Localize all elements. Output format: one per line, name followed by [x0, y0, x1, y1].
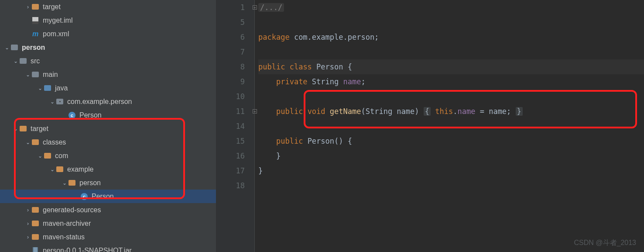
code-line[interactable] — [258, 178, 644, 193]
chevron-down-icon: ⌄ — [12, 126, 19, 132]
tree-label: example — [67, 166, 93, 173]
jar-file-icon — [31, 247, 39, 252]
tree-item-example[interactable]: ⌄ example — [0, 162, 216, 176]
tree-item-generated-sources[interactable]: › generated-sources — [0, 203, 216, 217]
tree-label: maven-archiver — [43, 220, 91, 228]
tree-label: target — [43, 3, 61, 11]
folder-icon — [19, 125, 27, 133]
chevron-right-icon: › — [24, 234, 31, 240]
code-line[interactable]: private String name; — [258, 74, 644, 89]
line-number: 1 — [216, 0, 245, 15]
tree-label: main — [43, 71, 58, 79]
chevron-right-icon: › — [24, 207, 31, 213]
folder-icon — [68, 179, 76, 187]
code-line[interactable]: /.../ — [258, 0, 644, 15]
tree-label: com — [55, 152, 68, 160]
tree-item-java[interactable]: ⌄ java — [0, 81, 216, 95]
line-number: 10 — [216, 89, 245, 104]
code-line[interactable]: } — [258, 163, 644, 178]
code-line[interactable]: package com.example.person; — [258, 30, 644, 45]
tree-item-target-top[interactable]: › target — [0, 0, 216, 14]
tree-item-pom[interactable]: m pom.xml — [0, 27, 216, 41]
tree-item-classes[interactable]: ⌄ classes — [0, 135, 216, 149]
folder-icon — [19, 57, 27, 65]
folder-icon — [31, 233, 39, 241]
tree-label: com.example.person — [67, 98, 132, 106]
folder-icon — [31, 138, 39, 146]
line-number: 15 — [216, 134, 245, 148]
tree-item-person-module[interactable]: ⌄ person — [0, 41, 216, 54]
tree-item-package[interactable]: ⌄ com.example.person — [0, 95, 216, 108]
iml-file-icon — [31, 17, 39, 24]
line-number: 14 — [216, 119, 245, 134]
module-folder-icon — [10, 44, 18, 52]
tree-label: person — [22, 44, 45, 52]
tree-item-jar[interactable]: person-0.0.1-SNAPSHOT.jar — [0, 244, 216, 252]
tree-item-main[interactable]: ⌄ main — [0, 68, 216, 81]
project-tree[interactable]: › target myget.iml m pom.xml ⌄ person ⌄ … — [0, 0, 216, 252]
code-line[interactable]: public Person() { — [258, 134, 644, 148]
tree-item-maven-status[interactable]: › maven-status — [0, 230, 216, 244]
tree-item-class-person-compiled[interactable]: c Person — [0, 190, 216, 203]
tree-item-target[interactable]: ⌄ target — [0, 122, 216, 135]
line-number: 11 — [216, 104, 245, 119]
code-line[interactable] — [258, 89, 644, 104]
code-line[interactable] — [258, 15, 644, 30]
folder-icon — [31, 206, 39, 214]
tree-label: java — [55, 84, 68, 92]
chevron-down-icon: ⌄ — [37, 85, 44, 91]
chevron-down-icon: ⌄ — [12, 58, 19, 64]
line-number: 9 — [216, 74, 245, 89]
watermark: CSDN @斗者_2013 — [574, 238, 636, 248]
fold-pill[interactable]: /.../ — [258, 3, 284, 12]
line-number: 6 — [216, 30, 245, 45]
tree-label: Person — [92, 193, 114, 200]
tree-label: myget.iml — [43, 17, 72, 24]
line-number: 17 — [216, 163, 245, 178]
chevron-down-icon: ⌄ — [24, 72, 31, 78]
fold-expand-icon[interactable]: + — [253, 109, 257, 114]
tree-label: src — [31, 57, 40, 65]
chevron-down-icon: ⌄ — [24, 139, 31, 145]
line-number: 7 — [216, 45, 245, 59]
editor-content[interactable]: /.../ package com.example.person; public… — [255, 0, 644, 252]
chevron-down-icon: ⌄ — [49, 166, 56, 173]
java-class-icon: c — [68, 111, 76, 119]
tree-item-com[interactable]: ⌄ com — [0, 149, 216, 162]
code-line[interactable] — [258, 45, 644, 59]
line-number: 5 — [216, 15, 245, 30]
chevron-down-icon: ⌄ — [61, 180, 68, 186]
chevron-down-icon: ⌄ — [37, 153, 44, 159]
chevron-right-icon: › — [24, 4, 31, 10]
folder-icon — [31, 71, 39, 79]
line-number: 18 — [216, 178, 245, 193]
package-icon — [56, 98, 64, 106]
tree-label: target — [31, 125, 48, 133]
tree-label: classes — [43, 138, 66, 146]
editor-gutter: 1 5 6 7 8 9 10 11 14 15 16 17 18 + + — [216, 0, 255, 252]
code-line[interactable]: } — [258, 148, 644, 163]
tree-item-maven-archiver[interactable]: › maven-archiver — [0, 217, 216, 230]
line-number: 8 — [216, 59, 245, 74]
tree-label: person-0.0.1-SNAPSHOT.jar — [43, 247, 132, 252]
line-number: 16 — [216, 148, 245, 163]
code-line[interactable]: public class Person { — [258, 59, 644, 74]
java-class-icon: c — [80, 193, 88, 200]
code-editor[interactable]: 1 5 6 7 8 9 10 11 14 15 16 17 18 + + /..… — [216, 0, 644, 252]
folder-icon — [31, 3, 39, 11]
tree-item-iml[interactable]: myget.iml — [0, 14, 216, 27]
tree-item-person-pkg[interactable]: ⌄ person — [0, 176, 216, 190]
fold-expand-icon[interactable]: + — [253, 5, 257, 10]
tree-item-class-person[interactable]: c Person — [0, 108, 216, 122]
code-line[interactable] — [258, 119, 644, 134]
folder-icon — [44, 152, 51, 160]
tree-label: person — [79, 179, 101, 187]
tree-item-src[interactable]: ⌄ src — [0, 54, 216, 68]
maven-icon: m — [31, 30, 39, 38]
chevron-down-icon: ⌄ — [3, 45, 10, 51]
folder-icon — [31, 220, 39, 228]
chevron-down-icon: ⌄ — [49, 99, 56, 105]
folder-icon — [56, 166, 64, 173]
chevron-right-icon: › — [24, 221, 31, 227]
code-line[interactable]: public void getName(String name) { this.… — [258, 104, 644, 119]
